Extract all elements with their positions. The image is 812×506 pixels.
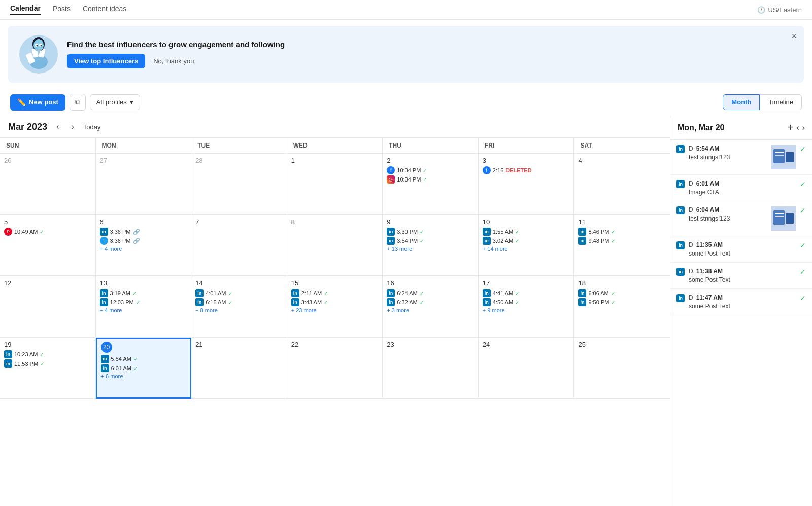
post-item[interactable]: in3:36 PM🔗 [100, 228, 187, 236]
cal-cell-2[interactable]: 2 f10:34 PM✓ ◎10:34 PM✓ [383, 154, 479, 214]
cal-cell-5[interactable]: 5 P10:49 AM✓ [0, 215, 96, 276]
month-view-button[interactable]: Month [723, 94, 760, 110]
cal-cell-12[interactable]: 12 [0, 276, 96, 337]
panel-prev-button[interactable]: ‹ [796, 123, 799, 132]
nav-calendar[interactable]: Calendar [10, 4, 41, 15]
more-posts-link[interactable]: + 23 more [291, 307, 379, 313]
post-item[interactable]: in3:30 PM✓ [387, 228, 474, 236]
panel-post-6[interactable]: in D 11:47 AM some Post Text ✓ [670, 289, 812, 315]
post-item[interactable]: in2:11 AM✓ [291, 289, 379, 297]
post-item[interactable]: P10:49 AM✓ [4, 228, 91, 236]
more-posts-link[interactable]: + 14 more [483, 246, 570, 252]
post-item[interactable]: in4:50 AM✓ [483, 298, 570, 306]
cal-cell-18[interactable]: 18 in6:06 AM✓ in9:50 PM✓ [574, 276, 670, 337]
cal-cell-19[interactable]: 19 in10:23 AM✓ in11:53 PM✓ [0, 338, 96, 399]
cal-cell-8[interactable]: 8 [287, 215, 383, 276]
cal-cell-26[interactable]: 26 [0, 154, 96, 214]
post-item[interactable]: in10:23 AM✓ [4, 350, 91, 358]
nav-content-ideas[interactable]: Content ideas [83, 5, 126, 15]
more-posts-link[interactable]: + 3 more [387, 307, 474, 313]
cal-cell-14[interactable]: 14 in4:01 AM✓ in6:15 AM✓ + 8 more [191, 276, 287, 337]
post-item[interactable]: in9:50 PM✓ [578, 298, 666, 306]
post-item[interactable]: in3:02 AM✓ [483, 237, 570, 245]
banner-title: Find the best influencers to grow engage… [67, 40, 794, 49]
cal-cell-15[interactable]: 15 in2:11 AM✓ in3:43 AM✓ + 23 more [287, 276, 383, 337]
cal-cell-13[interactable]: 13 in3:19 AM✓ in12:03 PM✓ + 4 more [96, 276, 192, 337]
panel-post-2[interactable]: in D 6:01 AM Image CTA ✓ [670, 175, 812, 201]
cal-cell-27[interactable]: 27 [96, 154, 192, 214]
panel-add-post-button[interactable]: + [788, 122, 794, 133]
post-item[interactable]: in3:43 AM✓ [291, 298, 379, 306]
cal-cell-17[interactable]: 17 in4:41 AM✓ in4:50 AM✓ + 9 more [479, 276, 574, 337]
panel-header: Mon, Mar 20 + ‹ › [670, 116, 812, 140]
linkedin-icon: in [578, 289, 586, 297]
panel-post-3[interactable]: in D 6:04 AM test strings!123 ✓ [670, 201, 812, 236]
post-item[interactable]: in4:01 AM✓ [195, 289, 283, 297]
cal-cell-6[interactable]: 6 in3:36 PM🔗 t3:36 PM🔗 + 4 more [96, 215, 192, 276]
panel-post-4[interactable]: in D 11:35 AM some Post Text ✓ [670, 236, 812, 263]
cal-cell-3[interactable]: 3 f2:16DELETED [479, 154, 574, 214]
panel-post-info: D 5:54 AM test strings!123 [689, 145, 767, 161]
post-item[interactable]: f10:34 PM✓ [387, 166, 474, 174]
copy-button[interactable]: ⧉ [70, 94, 86, 111]
post-item[interactable]: in1:55 AM✓ [483, 228, 570, 236]
post-item[interactable]: in12:03 PM✓ [100, 298, 187, 306]
post-item[interactable]: in8:46 PM✓ [578, 228, 666, 236]
cal-cell-23[interactable]: 23 [383, 338, 479, 399]
cal-cell-4[interactable]: 4 [574, 154, 670, 214]
dismiss-banner-button[interactable]: No, thank you [153, 57, 194, 65]
cal-cell-10[interactable]: 10 in1:55 AM✓ in3:02 AM✓ + 14 more [479, 215, 574, 276]
panel-post-5[interactable]: in D 11:38 AM some Post Text ✓ [670, 263, 812, 289]
cal-cell-28[interactable]: 28 [191, 154, 287, 214]
more-posts-link[interactable]: + 13 more [387, 246, 474, 252]
post-text: Image CTA [689, 189, 796, 196]
post-item[interactable]: in4:41 AM✓ [483, 289, 570, 297]
post-text: test strings!123 [689, 215, 767, 222]
post-item[interactable]: ◎10:34 PM✓ [387, 175, 474, 184]
today-button[interactable]: Today [83, 123, 101, 131]
post-item[interactable]: in6:01 AM✓ [101, 364, 187, 372]
post-item[interactable]: in3:19 AM✓ [100, 289, 187, 297]
more-posts-link[interactable]: + 6 more [101, 373, 187, 379]
panel-next-button[interactable]: › [802, 123, 805, 132]
more-posts-link[interactable]: + 4 more [100, 246, 187, 252]
prev-month-button[interactable]: ‹ [53, 121, 62, 132]
post-item[interactable]: in6:06 AM✓ [578, 289, 666, 297]
nav-posts[interactable]: Posts [53, 5, 71, 15]
post-item[interactable]: in6:15 AM✓ [195, 298, 283, 306]
cal-cell-20-today[interactable]: 20 in5:54 AM✓ in6:01 AM✓ + 6 more [96, 338, 192, 399]
view-influencers-button[interactable]: View top Influencers [67, 54, 145, 68]
cal-cell-7[interactable]: 7 [191, 215, 287, 276]
cal-cell-11[interactable]: 11 in8:46 PM✓ in9:48 PM✓ [574, 215, 670, 276]
more-posts-link[interactable]: + 4 more [100, 307, 187, 313]
cal-cell-22[interactable]: 22 [287, 338, 383, 399]
toolbar-left: ✏️ New post ⧉ All profiles ▾ [10, 94, 140, 111]
post-item[interactable]: in9:48 PM✓ [578, 237, 666, 245]
new-post-button[interactable]: ✏️ New post [10, 94, 65, 111]
svg-point-11 [41, 45, 42, 47]
panel-post-info: D 11:35 AM some Post Text [689, 241, 796, 257]
post-item[interactable]: in5:54 AM✓ [101, 355, 187, 363]
timeline-view-button[interactable]: Timeline [760, 94, 802, 110]
next-month-button[interactable]: › [68, 121, 77, 132]
cal-cell-1[interactable]: 1 [287, 154, 383, 214]
profiles-dropdown[interactable]: All profiles ▾ [90, 94, 140, 110]
post-item[interactable]: in11:53 PM✓ [4, 359, 91, 368]
post-item[interactable]: in6:24 AM✓ [387, 289, 474, 297]
post-item[interactable]: in6:32 AM✓ [387, 298, 474, 306]
close-banner-button[interactable]: × [791, 31, 797, 42]
cal-cell-16[interactable]: 16 in6:24 AM✓ in6:32 AM✓ + 3 more [383, 276, 479, 337]
linkedin-icon: in [387, 298, 395, 306]
cal-cell-21[interactable]: 21 [191, 338, 287, 399]
cal-cell-25[interactable]: 25 [574, 338, 670, 399]
post-item[interactable]: in3:54 PM✓ [387, 237, 474, 245]
post-item[interactable]: t3:36 PM🔗 [100, 237, 187, 245]
check-icon: ✓ [800, 206, 806, 214]
post-user: D [689, 294, 693, 301]
post-item[interactable]: f2:16DELETED [483, 166, 570, 174]
more-posts-link[interactable]: + 9 more [483, 307, 570, 313]
cal-cell-9[interactable]: 9 in3:30 PM✓ in3:54 PM✓ + 13 more [383, 215, 479, 276]
more-posts-link[interactable]: + 8 more [195, 307, 283, 313]
cal-cell-24[interactable]: 24 [479, 338, 574, 399]
panel-post-1[interactable]: in D 5:54 AM test strings!123 ✓ [670, 140, 812, 175]
